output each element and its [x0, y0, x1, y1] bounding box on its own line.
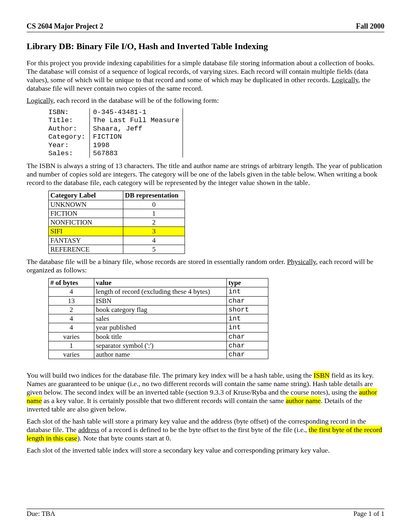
- text: For this project you provide indexing ca…: [27, 59, 375, 84]
- value-desc: book title: [94, 332, 227, 341]
- category-label: REFERENCE: [49, 245, 123, 254]
- num-bytes: 4: [49, 323, 94, 332]
- page-title: Library DB: Binary File I/O, Hash and In…: [27, 41, 384, 52]
- value-desc: book category flag: [94, 305, 227, 314]
- type: int: [227, 314, 268, 323]
- value-desc: separator symbol (':'): [94, 341, 227, 350]
- table-row: 4length of record (excluding these 4 byt…: [49, 287, 268, 296]
- num-bytes: varies: [49, 332, 94, 341]
- underlined-word: address: [78, 426, 99, 434]
- text: The database file will be a binary file,…: [27, 258, 287, 266]
- table-row: 4year publishedint: [49, 323, 268, 332]
- value-desc: author name: [94, 350, 227, 359]
- value-desc: length of record (excluding these 4 byte…: [94, 287, 227, 296]
- table-row: 13ISBNchar: [49, 296, 268, 305]
- underlined-word: Physically: [287, 258, 316, 266]
- num-bytes: 2: [49, 305, 94, 314]
- type: short: [227, 305, 268, 314]
- footer-left: Due: TBA: [27, 510, 55, 518]
- inverted-slot-paragraph: Each slot of the inverted table index wi…: [27, 446, 384, 455]
- category-label: UNKNOWN: [49, 200, 123, 209]
- physical-intro: The database file will be a binary file,…: [27, 258, 384, 274]
- indices-paragraph: You will build two indices for the datab…: [27, 371, 384, 414]
- highlight: ISBN: [313, 371, 330, 379]
- record-example: ISBN: Title: Author: Category: Year: Sal…: [48, 108, 183, 158]
- type: char: [227, 296, 268, 305]
- type: char: [227, 332, 268, 341]
- text: of a record is defined to be the byte of…: [99, 426, 309, 434]
- header-category-label: Category Label: [49, 191, 123, 200]
- category-label: FANTASY: [49, 236, 123, 245]
- table-row: variesauthor namechar: [49, 350, 268, 359]
- value-desc: year published: [94, 323, 227, 332]
- db-rep: 5: [123, 245, 185, 254]
- table-row: 4salesint: [49, 314, 268, 323]
- table-row: FANTASY4: [49, 236, 185, 245]
- table-row: 1separator symbol (':')char: [49, 341, 268, 350]
- num-bytes: 1: [49, 341, 94, 350]
- db-rep: 3: [123, 227, 185, 236]
- value-desc: ISBN: [94, 296, 227, 305]
- header-type: type: [227, 278, 268, 287]
- table-header-row: # of bytes value type: [49, 278, 268, 287]
- category-table: Category Label DB representation UNKNOWN…: [48, 191, 185, 254]
- num-bytes: 4: [49, 287, 94, 296]
- db-rep: 1: [123, 209, 185, 218]
- text: , each record in the database will be of…: [53, 96, 219, 104]
- underlined-word: Logically: [332, 76, 358, 84]
- db-rep: 0: [123, 200, 185, 209]
- table-row: SIFI3: [49, 227, 185, 236]
- page-header: CS 2604 Major Project 2 Fall 2000: [27, 22, 384, 32]
- header-value: value: [94, 278, 227, 287]
- table-row: NONFICTION2: [49, 218, 185, 227]
- highlight: author name: [286, 397, 321, 405]
- num-bytes: varies: [49, 350, 94, 359]
- type: int: [227, 287, 268, 296]
- type: char: [227, 350, 268, 359]
- table-row: 2book category flagshort: [49, 305, 268, 314]
- table-row: FICTION1: [49, 209, 185, 218]
- bytes-table: # of bytes value type 4length of record …: [48, 278, 268, 359]
- table-row: REFERENCE5: [49, 245, 185, 254]
- table-row: UNKNOWN0: [49, 200, 185, 209]
- hash-slot-paragraph: Each slot of the hash table will store a…: [27, 417, 384, 443]
- underlined-word: Logically: [27, 96, 53, 104]
- header-bytes: # of bytes: [49, 278, 94, 287]
- category-label: FICTION: [49, 209, 123, 218]
- header-left: CS 2604 Major Project 2: [27, 22, 103, 31]
- num-bytes: 13: [49, 296, 94, 305]
- page: CS 2604 Major Project 2 Fall 2000 Librar…: [0, 0, 411, 532]
- intro-paragraph: For this project you provide indexing ca…: [27, 59, 384, 93]
- db-rep: 2: [123, 218, 185, 227]
- page-footer: Due: TBA Page 1 of 1: [27, 509, 384, 518]
- table-header-row: Category Label DB representation: [49, 191, 185, 200]
- header-db-rep: DB representation: [123, 191, 185, 200]
- footer-right: Page 1 of 1: [353, 510, 384, 518]
- text: You will build two indices for the datab…: [27, 371, 313, 379]
- header-right: Fall 2000: [356, 22, 385, 31]
- num-bytes: 4: [49, 314, 94, 323]
- record-values: 0-345-43481-1 The Last Full Measure Shaa…: [89, 108, 183, 158]
- text: as a key value. It is certainly possible…: [42, 397, 286, 405]
- category-label: NONFICTION: [49, 218, 123, 227]
- type: char: [227, 341, 268, 350]
- type: int: [227, 323, 268, 332]
- text: ). Note that byte counts start at 0.: [77, 434, 171, 442]
- record-labels: ISBN: Title: Author: Category: Year: Sal…: [48, 108, 89, 158]
- record-intro: Logically, each record in the database w…: [27, 96, 384, 105]
- db-rep: 4: [123, 236, 185, 245]
- isbn-note: The ISBN is always a string of 13 charac…: [27, 162, 384, 187]
- category-label: SIFI: [49, 227, 123, 236]
- table-row: variesbook titlechar: [49, 332, 268, 341]
- value-desc: sales: [94, 314, 227, 323]
